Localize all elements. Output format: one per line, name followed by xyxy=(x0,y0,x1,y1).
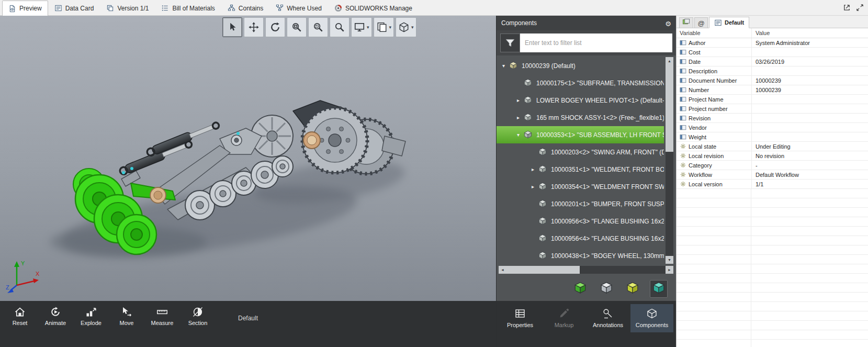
tab-where-used[interactable]: Where Used xyxy=(269,1,328,15)
tree-expander-icon[interactable]: ▸ xyxy=(529,166,537,172)
tree-item[interactable]: ▸10000354<1> "WELDMENT FRONT SWINGA xyxy=(497,178,664,195)
zoom-fit-button[interactable] xyxy=(287,17,307,37)
tab-solidworks-manage[interactable]: SOLIDWORKS Manage xyxy=(328,1,419,15)
tab-properties[interactable]: Properties xyxy=(499,304,542,332)
tab-components[interactable]: Components xyxy=(630,304,673,332)
multipage-button[interactable]: ▾ xyxy=(374,17,394,37)
views-cube-button[interactable]: ▾ xyxy=(396,17,416,37)
select-button[interactable] xyxy=(222,17,242,37)
tree-expander-icon[interactable]: ▸ xyxy=(514,97,522,103)
explode-button[interactable]: Explode xyxy=(74,304,108,328)
horizontal-scrollbar-thumb[interactable] xyxy=(506,266,580,274)
variable-cell: Local state xyxy=(677,142,751,151)
property-row[interactable]: Project Name xyxy=(677,95,868,104)
horizontal-scrollbar[interactable]: ◄ ► xyxy=(499,266,673,274)
property-row[interactable]: Revision xyxy=(677,114,868,123)
value-cell: Default Workflow xyxy=(751,170,868,179)
tree-item[interactable]: ▸165 mm SHOCK ASSY-1<2> (Free-_flexible1… xyxy=(497,109,664,126)
property-row[interactable]: AuthorSystem Administrator xyxy=(677,38,868,48)
tab-label: Components xyxy=(636,322,668,328)
filter-input[interactable] xyxy=(520,33,672,52)
card-stack-tab[interactable] xyxy=(679,17,693,28)
teal-cube-button[interactable] xyxy=(650,280,668,298)
property-row[interactable]: Vendor xyxy=(677,123,868,132)
property-row[interactable]: Cost xyxy=(677,48,868,57)
tree-expander-icon[interactable]: ▸ xyxy=(529,184,537,189)
property-row[interactable]: Local stateUnder Editing xyxy=(677,142,868,151)
tree-expander-icon[interactable]: ▾ xyxy=(500,63,508,69)
rotate-button[interactable] xyxy=(265,17,285,37)
property-row[interactable]: Weight xyxy=(677,132,868,142)
section-button[interactable]: Section xyxy=(181,304,215,328)
tree-item[interactable]: 10000175<1> "SUBFRAME, TRANSMISSION SID xyxy=(497,74,664,92)
gray-cube-button[interactable] xyxy=(598,280,615,298)
variable-name: Revision xyxy=(689,115,711,121)
tree-item[interactable]: ▾10000353<1> "SUB ASSEMBLY, LH FRONT SUS xyxy=(497,126,664,143)
gear-icon[interactable]: ⚙ xyxy=(665,19,671,27)
tab-bill-of-materials[interactable]: Bill of Materials xyxy=(155,1,221,15)
tab-contains[interactable]: Contains xyxy=(221,1,269,15)
tree-item[interactable]: ▾10000239 (Default) xyxy=(497,57,664,74)
property-row[interactable]: WorkflowDefault Workflow xyxy=(677,170,868,180)
variable-name: Vendor xyxy=(689,125,707,131)
property-row[interactable]: Document Number10000239 xyxy=(677,76,868,85)
tab-label: Data Card xyxy=(65,5,94,12)
at-icon: @ xyxy=(697,18,704,28)
at-tab[interactable]: @ xyxy=(694,17,708,28)
tab-data-card[interactable]: Data Card xyxy=(48,1,100,15)
pop-out-icon[interactable] xyxy=(843,4,851,12)
variable-value: 10000239 xyxy=(756,77,781,84)
green-cube-button[interactable] xyxy=(571,280,589,298)
scroll-down-button[interactable]: ▼ xyxy=(666,256,673,264)
viewport-3d[interactable]: ▾▾▾ Y X Z ResetAnimateExplodeMoveMeasure… xyxy=(0,16,496,347)
tool-label: Move xyxy=(120,320,134,326)
vertical-scrollbar-thumb[interactable] xyxy=(666,65,673,152)
property-row[interactable]: Description xyxy=(677,66,868,76)
sprocket-assembly[interactable] xyxy=(293,100,405,174)
pan-button[interactable] xyxy=(244,17,264,37)
model-canvas[interactable] xyxy=(0,16,496,347)
zoom-area-button[interactable] xyxy=(308,17,328,37)
chevron-down-icon[interactable]: ▾ xyxy=(367,25,369,30)
chevron-down-icon[interactable]: ▾ xyxy=(389,25,392,30)
tab-annotations[interactable]: Annotations xyxy=(587,304,629,332)
zoom-fit-icon xyxy=(291,21,302,33)
tree-expander-icon[interactable]: ▸ xyxy=(514,115,522,120)
tree-item[interactable]: 10000956<4> "FLANGE BUSHING 16x20x10 xyxy=(497,230,664,247)
tree-item[interactable]: 10000956<3> "FLANGE BUSHING 16x20x10 xyxy=(497,212,664,230)
property-row[interactable]: Number10000239 xyxy=(677,85,868,95)
tree-item[interactable]: ▸10000351<1> "WELDMENT, FRONT BOGEY W xyxy=(497,161,664,178)
tab-preview[interactable]: Preview xyxy=(2,1,48,16)
tab-markup[interactable]: Markup xyxy=(543,304,585,332)
component-icon xyxy=(537,165,548,174)
tree-item[interactable]: 10000201<1> "BUMPER, FRONT SUSPENSIO xyxy=(497,195,664,212)
fullscreen-button[interactable]: ▾ xyxy=(351,17,372,37)
tree-item[interactable]: 10000438<1> "BOGEY WHEEL, 130mm" (Def xyxy=(497,247,664,264)
measure-button[interactable]: Measure xyxy=(145,304,179,328)
chevron-down-icon[interactable]: ▾ xyxy=(411,25,414,30)
tree-expander-icon[interactable]: ▾ xyxy=(514,132,522,138)
zoom-button[interactable] xyxy=(330,17,350,37)
property-row[interactable]: Category- xyxy=(677,161,868,170)
expand-icon[interactable] xyxy=(856,4,864,12)
tab-default[interactable]: Default xyxy=(709,17,749,28)
reset-button[interactable]: Reset xyxy=(3,304,37,328)
filter-icon[interactable] xyxy=(500,33,520,52)
scroll-left-button[interactable]: ◄ xyxy=(499,266,506,274)
value-cell: System Administrator xyxy=(751,38,868,47)
tab-version-1-1[interactable]: Version 1/1 xyxy=(100,1,155,15)
move-button[interactable]: Move xyxy=(110,304,143,328)
property-row[interactable]: Local version1/1 xyxy=(677,180,868,189)
animate-button[interactable]: Animate xyxy=(39,304,72,328)
property-row[interactable]: Date03/26/2019 xyxy=(677,57,868,66)
property-row[interactable]: Local revisionNo revision xyxy=(677,151,868,161)
value-cell xyxy=(751,95,868,104)
vertical-scrollbar[interactable]: ▲ ▼ xyxy=(666,57,673,264)
scroll-up-button[interactable]: ▲ xyxy=(666,57,673,65)
variable-name: Local version xyxy=(689,181,723,187)
yellow-cube-button[interactable] xyxy=(624,280,641,298)
scroll-right-button[interactable]: ► xyxy=(666,266,673,274)
tree-item[interactable]: ▸LOWER BOGEY WHEEL PIVOT<1> (Default-_fl… xyxy=(497,92,664,109)
tree-item[interactable]: 10000203<2> "SWING ARM, FRONT" (Defau xyxy=(497,143,664,161)
property-row[interactable]: Project number xyxy=(677,104,868,114)
